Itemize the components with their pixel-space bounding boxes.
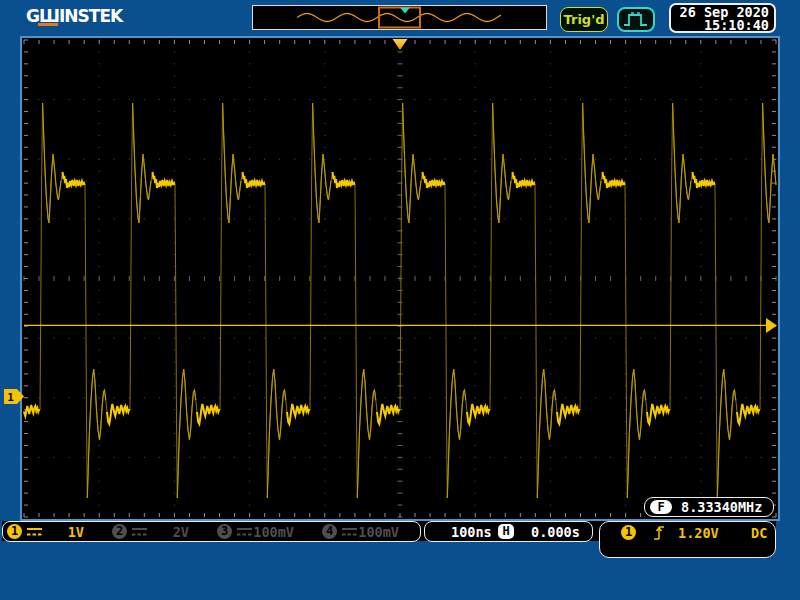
datetime-display: 26 Sep 2020 15:10:40 <box>669 3 776 33</box>
trigger-source-badge: 1 <box>621 525 636 540</box>
frequency-icon: F <box>650 500 672 514</box>
logo-underline <box>38 23 58 26</box>
horizontal-offset: 0.000s <box>531 524 580 540</box>
channel-3-scale: 100mV <box>217 524 294 540</box>
channel-2-scale: 2V <box>112 524 189 540</box>
horizontal-status[interactable]: 100ns H 0.000s <box>424 521 593 542</box>
channel-status-bar[interactable]: 11V22V3100mV4100mV <box>2 521 421 542</box>
pulse-trigger-icon <box>622 11 650 28</box>
horizontal-icon: H <box>498 524 514 539</box>
svg-text:1: 1 <box>7 391 14 404</box>
channel-4-status[interactable]: 4100mV <box>320 524 425 540</box>
rising-edge-icon <box>652 525 666 541</box>
channel-2-status[interactable]: 22V <box>110 524 215 540</box>
trigger-status-box[interactable]: 1 1.20V DC <box>599 521 776 558</box>
acquisition-preview[interactable] <box>252 5 547 30</box>
trigger-mode-badge[interactable] <box>617 7 655 32</box>
timebase-value: 100ns <box>451 524 492 540</box>
frequency-value: 8.33340MHz <box>681 499 762 515</box>
channel-1-status[interactable]: 11V <box>5 524 110 540</box>
trigger-level: 1.20V <box>678 525 719 541</box>
logo-rest: INSTEK <box>59 6 122 26</box>
trigger-coupling: DC <box>751 525 767 541</box>
preview-waveform-icon <box>253 6 546 29</box>
display-area <box>20 36 780 521</box>
channel-4-scale: 100mV <box>322 524 399 540</box>
trigger-status-badge: Trig'd <box>560 7 608 32</box>
frequency-readout: F 8.33340MHz <box>644 497 774 517</box>
time-text: 15:10:40 <box>671 19 769 32</box>
channel-1-scale: 1V <box>7 524 84 540</box>
channel-3-status[interactable]: 3100mV <box>215 524 320 540</box>
